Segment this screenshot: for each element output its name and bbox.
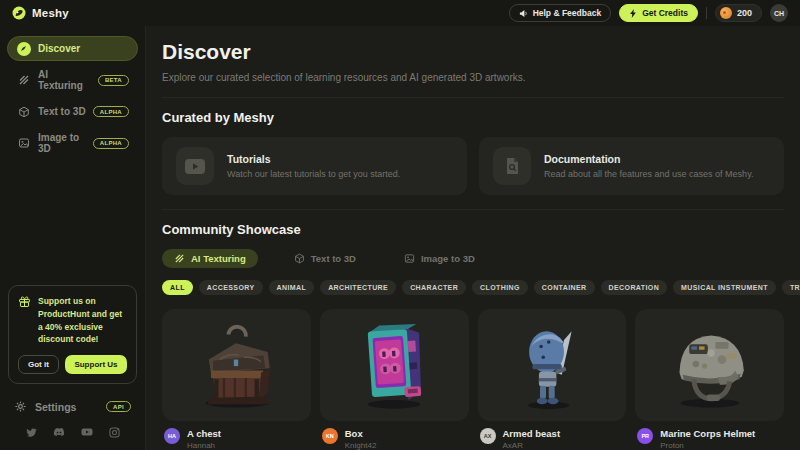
documentation-card[interactable]: Documentation Read about all the feature… xyxy=(479,137,784,195)
sidebar-bottom: Support us on ProductHunt and get a 40% … xyxy=(0,277,145,450)
image-icon xyxy=(16,136,31,151)
credits-balance[interactable]: 200 xyxy=(715,4,762,22)
lightning-icon xyxy=(629,9,637,18)
topbar: Meshy Help & Feedback Get Credits 200 CH xyxy=(0,0,800,26)
got-it-button[interactable]: Got it xyxy=(18,355,59,374)
discord-icon[interactable] xyxy=(53,427,65,438)
filter-accessory[interactable]: ACCESSORY xyxy=(199,280,263,295)
sidebar-item-label: Image to 3D xyxy=(38,132,86,154)
sidebar-item-text-to-3d[interactable]: Text to 3D ALPHA xyxy=(7,99,138,124)
showcase-heading: Community Showcase xyxy=(162,222,784,237)
filter-animal[interactable]: ANIMAL xyxy=(269,280,315,295)
tutorials-play-icon xyxy=(176,147,214,185)
showcase-card-armed-beast: AX Armed beast AxAR xyxy=(478,309,627,450)
cube-icon xyxy=(16,104,31,119)
page-title: Discover xyxy=(162,40,784,64)
tutorials-desc: Watch our latest tutorials to get you st… xyxy=(227,169,400,179)
sidebar-item-label: Discover xyxy=(38,43,80,54)
sidebar: Discover AI Texturing BETA Text to 3D AL… xyxy=(0,26,146,450)
texturing-hatch-icon xyxy=(174,253,185,264)
twitter-icon[interactable] xyxy=(26,427,37,438)
help-feedback-button[interactable]: Help & Feedback xyxy=(509,4,612,22)
filter-clothing[interactable]: CLOTHING xyxy=(472,280,528,295)
support-us-button[interactable]: Support Us xyxy=(65,355,127,374)
artwork-armed-beast-image[interactable] xyxy=(478,309,627,421)
artwork-helmet-image[interactable] xyxy=(635,309,784,421)
item-title: A chest xyxy=(187,428,221,439)
credits-count: 200 xyxy=(737,8,752,18)
filter-decoration[interactable]: DECORATION xyxy=(601,280,668,295)
artwork-chest-image[interactable] xyxy=(162,309,311,421)
sidebar-item-label: AI Texturing xyxy=(38,69,91,91)
curated-heading: Curated by Meshy xyxy=(162,110,784,125)
feedback-icon xyxy=(519,9,528,18)
documentation-title: Documentation xyxy=(544,153,753,165)
curated-section: Curated by Meshy Tutorials Watch our lat… xyxy=(162,97,784,209)
youtube-icon[interactable] xyxy=(81,427,93,438)
item-author: Proton xyxy=(660,441,755,450)
sidebar-item-ai-texturing[interactable]: AI Texturing BETA xyxy=(7,64,138,96)
gear-icon xyxy=(14,400,27,413)
tab-ai-texturing[interactable]: AI Texturing xyxy=(162,249,258,268)
category-filters: ALL ACCESSORY ANIMAL ARCHITECTURE CHARAC… xyxy=(162,280,784,295)
showcase-card-chest: HA A chest Hannah xyxy=(162,309,311,450)
meshy-logo[interactable]: Meshy xyxy=(12,6,69,20)
promo-text: Support us on ProductHunt and get a 40% … xyxy=(38,295,127,346)
item-meta: Marine Corps Helmet Proton xyxy=(660,428,755,450)
filter-transportation[interactable]: TRANSPORTATION xyxy=(782,280,800,295)
meshy-logo-icon xyxy=(12,6,26,20)
settings-label: Settings xyxy=(35,401,76,413)
instagram-icon[interactable] xyxy=(109,427,120,438)
author-avatar: AX xyxy=(480,428,496,444)
artwork-box-image[interactable] xyxy=(320,309,469,421)
page-subtitle: Explore our curated selection of learnin… xyxy=(162,72,784,83)
topbar-actions: Help & Feedback Get Credits 200 CH xyxy=(509,4,788,22)
main-content: Discover Explore our curated selection o… xyxy=(146,26,800,450)
item-meta: Box Knight42 xyxy=(345,428,377,450)
gift-icon xyxy=(18,295,31,346)
alpha-badge: ALPHA xyxy=(93,138,129,149)
item-meta: Armed beast AxAR xyxy=(503,428,561,450)
author-avatar: PR xyxy=(637,428,653,444)
showcase-grid: HA A chest Hannah xyxy=(162,309,784,450)
sidebar-item-label: Text to 3D xyxy=(38,106,86,117)
tutorials-card-text: Tutorials Watch our latest tutorials to … xyxy=(227,153,400,179)
author-avatar: KN xyxy=(322,428,338,444)
user-avatar[interactable]: CH xyxy=(770,4,788,22)
tutorials-card[interactable]: Tutorials Watch our latest tutorials to … xyxy=(162,137,467,195)
showcase-card-helmet: PR Marine Corps Helmet Proton xyxy=(635,309,784,450)
filter-container[interactable]: CONTAINER xyxy=(534,280,595,295)
get-credits-button[interactable]: Get Credits xyxy=(619,4,698,22)
tab-label: AI Texturing xyxy=(191,253,246,264)
item-title: Armed beast xyxy=(503,428,561,439)
api-badge: API xyxy=(106,401,131,412)
tab-image-to-3d[interactable]: Image to 3D xyxy=(392,249,487,268)
documentation-desc: Read about all the features and use case… xyxy=(544,169,753,179)
documentation-file-icon xyxy=(493,147,531,185)
showcase-section: Community Showcase AI Texturing Text to … xyxy=(162,209,784,450)
social-links xyxy=(0,421,145,450)
tutorials-title: Tutorials xyxy=(227,153,400,165)
showcase-card-footer: PR Marine Corps Helmet Proton xyxy=(635,428,784,450)
author-avatar: HA xyxy=(164,428,180,444)
sidebar-nav: Discover AI Texturing BETA Text to 3D AL… xyxy=(0,26,145,162)
showcase-card-footer: KN Box Knight42 xyxy=(320,428,469,450)
producthunt-promo-card: Support us on ProductHunt and get a 40% … xyxy=(8,285,137,384)
showcase-card-box: KN Box Knight42 xyxy=(320,309,469,450)
sidebar-item-discover[interactable]: Discover xyxy=(7,36,138,61)
sidebar-item-settings[interactable]: Settings API xyxy=(0,392,145,421)
item-title: Box xyxy=(345,428,377,439)
filter-musical-instrument[interactable]: MUSICAL INSTRUMENT xyxy=(673,280,776,295)
meshy-logo-text: Meshy xyxy=(32,7,69,19)
filter-architecture[interactable]: ARCHITECTURE xyxy=(320,280,396,295)
discover-compass-icon xyxy=(16,41,31,56)
cube-icon xyxy=(294,253,305,264)
beta-badge: BETA xyxy=(98,75,129,86)
tab-text-to-3d[interactable]: Text to 3D xyxy=(282,249,368,268)
item-author: Hannah xyxy=(187,441,221,450)
texturing-hatch-icon xyxy=(16,73,31,88)
sidebar-item-image-to-3d[interactable]: Image to 3D ALPHA xyxy=(7,127,138,159)
filter-all[interactable]: ALL xyxy=(162,280,193,295)
coin-icon xyxy=(720,7,732,19)
filter-character[interactable]: CHARACTER xyxy=(402,280,466,295)
